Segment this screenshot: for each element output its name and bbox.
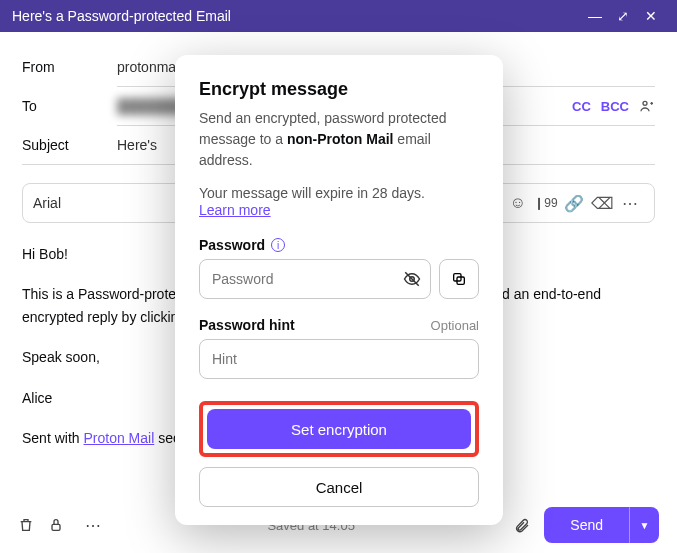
send-dropdown-icon[interactable]: ▼ <box>629 507 659 543</box>
restore-icon[interactable]: ⤢ <box>609 8 637 24</box>
modal-title: Encrypt message <box>199 79 479 100</box>
close-icon[interactable]: ✕ <box>637 8 665 24</box>
erase-icon[interactable]: ⌫ <box>588 194 616 213</box>
modal-expiry: Your message will expire in 28 days. <box>199 185 479 201</box>
protonmail-link[interactable]: Proton Mail <box>83 430 154 446</box>
lock-icon[interactable] <box>48 517 78 533</box>
highlight-annotation: Set encryption <box>199 401 479 457</box>
more-format-icon[interactable]: ⋯ <box>616 194 644 213</box>
quote-icon[interactable]: ❙99 <box>532 196 560 210</box>
copy-icon[interactable] <box>439 259 479 299</box>
svg-rect-1 <box>52 524 60 530</box>
more-icon[interactable]: ⋯ <box>78 516 108 535</box>
optional-label: Optional <box>431 318 479 333</box>
set-encryption-button[interactable]: Set encryption <box>207 409 471 449</box>
modal-description: Send an encrypted, password protected me… <box>199 108 479 171</box>
learn-more-link[interactable]: Learn more <box>199 202 271 218</box>
hint-label: Password hint <box>199 317 295 333</box>
window-titlebar: Here's a Password-protected Email — ⤢ ✕ <box>0 0 677 32</box>
send-button[interactable]: Send ▼ <box>544 507 659 543</box>
from-label: From <box>22 59 117 75</box>
cc-button[interactable]: CC <box>572 99 591 114</box>
bcc-button[interactable]: BCC <box>601 99 629 114</box>
svg-point-0 <box>643 101 647 105</box>
encrypt-modal: Encrypt message Send an encrypted, passw… <box>175 55 503 525</box>
password-input[interactable] <box>199 259 431 299</box>
emoji-icon[interactable]: ☺ <box>504 194 532 212</box>
password-label: Password <box>199 237 265 253</box>
eye-off-icon[interactable] <box>403 270 421 288</box>
attachment-icon[interactable] <box>514 517 544 533</box>
info-icon[interactable]: i <box>271 238 285 252</box>
link-icon[interactable]: 🔗 <box>560 194 588 213</box>
contacts-icon[interactable] <box>639 98 655 114</box>
minimize-icon[interactable]: — <box>581 8 609 24</box>
hint-input[interactable] <box>199 339 479 379</box>
subject-label: Subject <box>22 137 117 153</box>
to-label: To <box>22 98 117 114</box>
trash-icon[interactable] <box>18 517 48 533</box>
window-title: Here's a Password-protected Email <box>12 8 581 24</box>
cancel-button[interactable]: Cancel <box>199 467 479 507</box>
